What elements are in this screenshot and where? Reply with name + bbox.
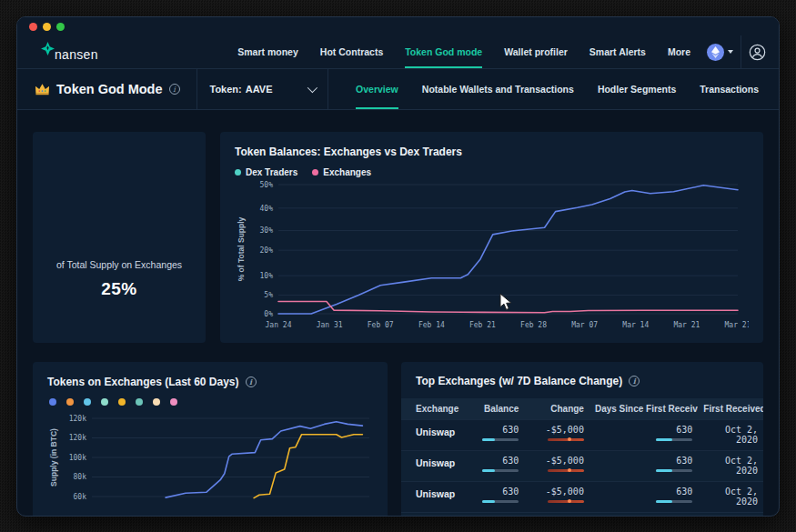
first-received-value: Oct 2, 2020: [703, 456, 758, 476]
divider: [327, 69, 328, 109]
account-button[interactable]: [749, 44, 766, 61]
svg-text:120k: 120k: [69, 415, 86, 423]
legend-item[interactable]: Exchanges: [312, 167, 371, 177]
legend-dot-icon: [312, 169, 318, 176]
tab-transactions[interactable]: Transactions: [700, 69, 759, 109]
legend-dot-icon[interactable]: [101, 398, 108, 406]
first-received-value: Oct 2, 2020: [703, 487, 758, 507]
exchange-legend-dots: [49, 398, 373, 406]
nav-item-more[interactable]: More: [668, 35, 690, 68]
svg-text:Feb 07: Feb 07: [368, 321, 394, 329]
nav-menu: Smart moneyHot ContractsToken God modeWa…: [237, 35, 690, 68]
balance-value: 630: [476, 425, 519, 435]
svg-text:Mar 14: Mar 14: [622, 321, 649, 329]
account-icon: [749, 44, 766, 61]
main-content: of Total Supply on Exchanges 25% Token B…: [17, 110, 779, 517]
svg-text:80k: 80k: [74, 473, 87, 481]
info-icon[interactable]: i: [629, 376, 640, 386]
brand-name: nansen: [55, 47, 98, 62]
nav-item-wallet-profiler[interactable]: Wallet profiler: [504, 35, 568, 68]
svg-text:Jan 24: Jan 24: [266, 321, 292, 329]
info-icon[interactable]: i: [246, 376, 257, 387]
nansen-logo[interactable]: nansen: [41, 42, 98, 62]
days-since-value: 630: [595, 425, 692, 435]
balance-bar: [482, 469, 519, 472]
legend-dot-icon[interactable]: [153, 398, 160, 406]
svg-text:% of Total Supply: % of Total Supply: [237, 216, 246, 281]
legend-item[interactable]: Dex Traders: [235, 167, 297, 177]
legend-label: Exchanges: [323, 167, 371, 177]
legend-dot-icon[interactable]: [118, 398, 126, 406]
maximize-window-icon[interactable]: [56, 23, 65, 31]
svg-text:Feb 14: Feb 14: [418, 321, 445, 329]
network-selector[interactable]: [707, 44, 733, 61]
column-header[interactable]: Days Since First Received: [589, 398, 698, 419]
legend-dot-icon[interactable]: [136, 398, 143, 406]
table-row[interactable]: Uniswap630-$5,000630Oct 2, 2020: [401, 419, 763, 450]
top-exchanges-table: ExchangeBalanceChangeDays Since First Re…: [401, 398, 763, 517]
svg-text:Jan 31: Jan 31: [317, 321, 343, 329]
column-header[interactable]: Change: [524, 398, 589, 419]
legend-label: Dex Traders: [246, 167, 297, 177]
window-titlebar: [17, 17, 779, 35]
tab-hodler-segments[interactable]: Hodler Segments: [598, 69, 676, 109]
change-value: -$5,000: [529, 425, 584, 435]
chart-title: Token Balances: Exchanges vs Dex Traders: [235, 146, 749, 158]
nav-item-hot-contracts[interactable]: Hot Contracts: [320, 35, 383, 68]
table-row[interactable]: Uniswap630-$5,000630Oct 2, 2020: [401, 512, 763, 517]
close-window-icon[interactable]: [29, 23, 37, 31]
nav-item-smart-alerts[interactable]: Smart Alerts: [589, 35, 646, 68]
info-icon[interactable]: i: [169, 84, 180, 95]
page-title: Token God Mode: [56, 82, 163, 96]
nav-item-smart-money[interactable]: Smart money: [237, 35, 298, 68]
balance-bar: [482, 500, 519, 503]
column-header[interactable]: Exchange: [401, 398, 470, 419]
exchange-name: Uniswap: [416, 425, 465, 437]
tokens-on-exchanges-line-chart[interactable]: 120k120k100k80k60kSupply (in BTC): [47, 406, 373, 517]
change-bar: [548, 469, 584, 472]
exchange-name: Uniswap: [416, 487, 465, 499]
legend-dot-icon: [235, 169, 241, 176]
nav-item-token-god-mode[interactable]: Token God mode: [405, 35, 482, 68]
table-row[interactable]: Uniswap630-$5,000630Oct 2, 2020: [401, 450, 763, 481]
minimize-window-icon[interactable]: [43, 23, 51, 31]
balance-value: 630: [476, 456, 519, 466]
column-header[interactable]: First Received At: [698, 398, 763, 419]
column-header[interactable]: Balance: [470, 398, 525, 419]
crown-icon: [35, 83, 50, 95]
stat-label: of Total Supply on Exchanges: [56, 259, 182, 270]
svg-text:Mar 07: Mar 07: [571, 321, 598, 329]
svg-text:60k: 60k: [74, 493, 87, 501]
token-selector[interactable]: Token:AAVE: [197, 69, 328, 109]
token-selector-label: Token:: [210, 84, 242, 95]
top-exchanges-table-card: Top Exchanges (w/ 7D Balance Change) i E…: [401, 362, 763, 517]
legend-dot-icon[interactable]: [170, 398, 177, 406]
change-value: -$5,000: [529, 456, 584, 466]
legend-dot-icon[interactable]: [84, 398, 91, 406]
svg-text:10%: 10%: [260, 272, 274, 280]
chart-legend: Dex TradersExchanges: [235, 167, 749, 177]
change-bar: [548, 500, 584, 503]
days-bar: [656, 500, 692, 503]
tab-overview[interactable]: Overview: [356, 69, 398, 109]
days-bar: [656, 469, 692, 472]
svg-text:30%: 30%: [260, 226, 274, 235]
token-balances-line-chart[interactable]: 50%40%30%20%10%5%0%Jan 24Jan 31Feb 07Feb…: [235, 179, 749, 336]
stat-value: 25%: [101, 279, 137, 299]
tab-notable-wallets-and-transactions[interactable]: Notable Wallets and Transactions: [422, 69, 574, 109]
legend-dot-icon[interactable]: [49, 398, 56, 406]
days-bar: [656, 438, 692, 441]
nav-right: [707, 35, 766, 68]
token-selector-value: AAVE: [246, 84, 273, 95]
table-row[interactable]: Uniswap630-$5,000630Oct 2, 2020: [401, 481, 763, 512]
balance-value: 630: [476, 487, 519, 497]
legend-dot-icon[interactable]: [66, 398, 74, 406]
days-since-value: 630: [595, 456, 692, 466]
days-since-value: 630: [595, 487, 692, 497]
svg-text:Supply (in BTC): Supply (in BTC): [49, 428, 58, 487]
app-window: nansen Smart moneyHot ContractsToken God…: [16, 16, 780, 517]
svg-text:Feb 21: Feb 21: [469, 321, 496, 329]
exchange-name: Uniswap: [416, 456, 465, 468]
divider: [741, 35, 741, 68]
balance-bar: [482, 438, 519, 441]
